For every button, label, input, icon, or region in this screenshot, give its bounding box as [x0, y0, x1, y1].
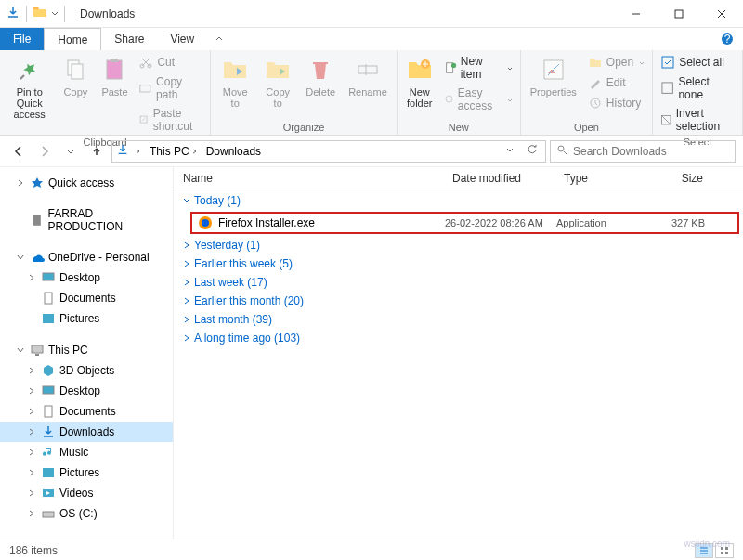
sidebar-pictures[interactable]: Pictures: [0, 462, 173, 483]
sidebar-od-desktop[interactable]: Desktop: [0, 267, 173, 288]
svg-rect-30: [43, 468, 54, 477]
navbar: This PC Downloads: [0, 136, 743, 167]
sidebar-desktop[interactable]: Desktop: [0, 381, 173, 401]
chevron-down-icon: [637, 56, 645, 69]
sidebar-network[interactable]: Network: [0, 535, 173, 539]
chevron-down-icon: [505, 93, 513, 106]
open-button[interactable]: Open: [584, 53, 648, 72]
col-date[interactable]: Date modified: [443, 172, 554, 185]
maximize-button[interactable]: [658, 0, 700, 28]
file-row-firefox[interactable]: Firefox Installer.exe 26-02-2022 08:26 A…: [190, 212, 739, 234]
col-name[interactable]: Name: [174, 172, 443, 185]
breadcrumb-downloads[interactable]: Downloads: [204, 145, 263, 158]
sidebar-farrad[interactable]: FARRAD PRODUCTION: [0, 204, 173, 236]
sidebar-documents[interactable]: Documents: [0, 401, 173, 422]
sidebar: Quick access FARRAD PRODUCTION OneDrive …: [0, 167, 174, 539]
chevron-right-icon: [183, 313, 190, 326]
minimize-button[interactable]: [615, 0, 658, 28]
move-to-button[interactable]: Move to: [215, 53, 255, 111]
label: Paste: [101, 86, 127, 98]
expand-ribbon-button[interactable]: [207, 28, 231, 50]
downloads-icon: [116, 143, 129, 159]
sidebar-osc[interactable]: OS (C:): [0, 503, 173, 524]
tab-share[interactable]: Share: [101, 28, 157, 50]
forward-button[interactable]: [33, 140, 56, 163]
edit-button[interactable]: Edit: [584, 73, 648, 92]
sidebar-downloads[interactable]: Downloads: [0, 422, 173, 442]
paste-button[interactable]: Paste: [96, 53, 133, 99]
tab-file[interactable]: File: [0, 28, 44, 50]
chevron-right-icon: [183, 257, 190, 270]
pin-to-quick-access-button[interactable]: Pin to Quick access: [4, 53, 55, 122]
invert-icon: [660, 112, 672, 127]
select-all-button[interactable]: Select all: [657, 53, 738, 72]
file-size: 327 KB: [640, 217, 705, 228]
group-last-week[interactable]: Last week (17): [174, 273, 743, 292]
search-box[interactable]: [550, 140, 736, 163]
sidebar-this-pc[interactable]: This PC: [0, 340, 173, 360]
copy-path-icon: [138, 81, 152, 96]
desktop-icon: [41, 270, 56, 285]
copy-button[interactable]: Copy: [57, 53, 94, 99]
chevron-down-icon[interactable]: [51, 7, 59, 20]
close-button[interactable]: [700, 0, 743, 28]
delete-button[interactable]: Delete: [300, 53, 341, 99]
group-yesterday[interactable]: Yesterday (1): [174, 236, 743, 254]
tab-home[interactable]: Home: [44, 28, 101, 50]
label: Copy: [64, 86, 88, 98]
svg-rect-22: [33, 215, 41, 226]
group-earlier-week[interactable]: Earlier this week (5): [174, 254, 743, 273]
easy-access-button[interactable]: Easy access: [440, 85, 516, 114]
breadcrumb-root[interactable]: [133, 145, 144, 158]
properties-button[interactable]: Properties: [525, 53, 582, 99]
titlebar: Downloads: [0, 0, 743, 28]
search-icon: [556, 144, 567, 158]
group-today[interactable]: Today (1): [174, 191, 743, 210]
sidebar-videos[interactable]: Videos: [0, 483, 173, 503]
group-last-month[interactable]: Last month (39): [174, 310, 743, 329]
group-earlier-month[interactable]: Earlier this month (20): [174, 292, 743, 310]
refresh-button[interactable]: [523, 144, 541, 158]
recent-locations-button[interactable]: [59, 140, 82, 163]
rename-button[interactable]: Rename: [343, 53, 393, 99]
divider: [26, 6, 27, 22]
new-item-button[interactable]: New item: [440, 53, 516, 83]
select-none-button[interactable]: Select none: [657, 73, 738, 103]
ribbon-group-new: New folder New item Easy access New: [398, 50, 521, 135]
search-input[interactable]: [573, 145, 729, 158]
svg-rect-24: [45, 293, 52, 304]
address-dropdown-button[interactable]: [501, 144, 519, 158]
group-long-time[interactable]: A long time ago (103): [174, 329, 743, 347]
history-button[interactable]: History: [584, 94, 648, 112]
help-button[interactable]: ?: [711, 28, 743, 50]
sidebar-od-pictures[interactable]: Pictures: [0, 308, 173, 329]
col-size[interactable]: Size: [638, 172, 712, 185]
cut-button[interactable]: Cut: [135, 53, 206, 72]
sidebar-3d-objects[interactable]: 3D Objects: [0, 360, 173, 381]
move-to-icon: [220, 55, 250, 85]
up-button[interactable]: [85, 140, 108, 163]
new-folder-button[interactable]: New folder: [401, 53, 438, 111]
sidebar-music[interactable]: Music: [0, 442, 173, 462]
history-icon: [588, 96, 603, 111]
select-all-icon: [660, 55, 675, 70]
col-type[interactable]: Type: [554, 172, 638, 185]
chevron-down-icon: [505, 61, 513, 74]
sidebar-onedrive[interactable]: OneDrive - Personal: [0, 247, 173, 267]
sidebar-quick-access[interactable]: Quick access: [0, 173, 173, 193]
sidebar-od-documents[interactable]: Documents: [0, 288, 173, 308]
copy-path-button[interactable]: Copy path: [135, 73, 206, 103]
watermark: wsiidn.com: [684, 539, 730, 549]
invert-selection-button[interactable]: Invert selection: [657, 105, 738, 135]
ribbon-group-clipboard: Pin to Quick access Copy Paste Cut Copy …: [0, 50, 211, 135]
network-icon: [30, 538, 45, 539]
svg-point-37: [202, 219, 209, 227]
paste-shortcut-button[interactable]: Paste shortcut: [135, 105, 206, 135]
tab-view[interactable]: View: [157, 28, 207, 50]
copy-to-button[interactable]: Copy to: [257, 53, 298, 111]
breadcrumb-this-pc[interactable]: This PC: [148, 145, 201, 158]
label: New folder: [407, 86, 433, 109]
addressbar[interactable]: This PC Downloads: [111, 140, 546, 163]
back-button[interactable]: [7, 140, 30, 163]
pictures-icon: [41, 465, 56, 480]
